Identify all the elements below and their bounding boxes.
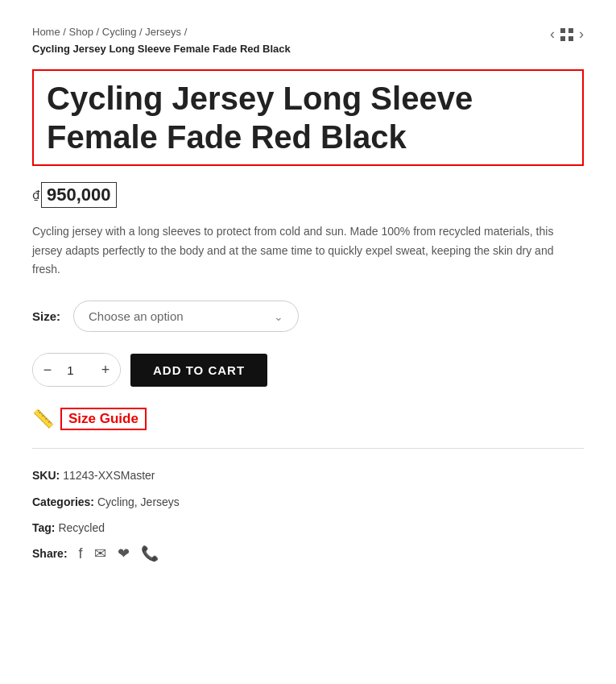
prev-icon[interactable]: ‹ <box>550 26 555 43</box>
sku-key: SKU: <box>32 469 60 482</box>
whatsapp-icon[interactable]: ❤ <box>118 545 130 562</box>
svg-rect-0 <box>560 28 565 33</box>
chevron-down-icon: ⌄ <box>274 310 283 323</box>
breadcrumb-nav: ‹ › <box>550 26 584 43</box>
ruler-icon: 📏 <box>32 408 54 429</box>
breadcrumb-row: Home / Shop / Cycling / Jerseys / Cyclin… <box>32 24 584 55</box>
sku-value: 11243-XXSMaster <box>63 469 155 482</box>
viber-icon[interactable]: 📞 <box>141 545 159 562</box>
breadcrumb-sep1: / <box>63 26 68 38</box>
product-title-box: Cycling Jersey Long Sleeve Female Fade R… <box>32 69 584 166</box>
facebook-icon[interactable]: f <box>79 545 83 562</box>
breadcrumb-home[interactable]: Home <box>32 26 60 38</box>
product-description: Cycling jersey with a long sleeves to pr… <box>32 222 584 280</box>
cart-row: − + ADD TO CART <box>32 353 584 387</box>
product-title: Cycling Jersey Long Sleeve Female Fade R… <box>47 79 569 156</box>
size-guide-row: 📏 Size Guide <box>32 408 584 430</box>
breadcrumb-cycling[interactable]: Cycling <box>102 26 137 38</box>
sku-row: SKU: 11243-XXSMaster <box>32 466 584 484</box>
tag-row: Tag: Recycled <box>32 519 584 537</box>
add-to-cart-button[interactable]: ADD TO CART <box>130 354 267 387</box>
breadcrumb-sep4: / <box>184 26 188 38</box>
categories-key: Categories: <box>32 495 94 508</box>
share-key: Share: <box>32 547 68 560</box>
divider <box>32 448 584 449</box>
share-row: Share: f ✉ ❤ 📞 <box>32 545 584 562</box>
tag-value[interactable]: Recycled <box>58 521 105 534</box>
size-row: Size: Choose an option ⌄ <box>32 301 584 332</box>
size-placeholder: Choose an option <box>89 309 184 323</box>
svg-rect-2 <box>560 36 565 41</box>
grid-icon[interactable] <box>560 27 574 42</box>
size-dropdown[interactable]: Choose an option ⌄ <box>73 301 299 332</box>
breadcrumb-shop[interactable]: Shop <box>69 26 93 38</box>
quantity-control: − + <box>32 353 121 387</box>
price-row: ₫ 950,000 <box>32 182 584 208</box>
size-label: Size: <box>32 309 60 323</box>
category-jerseys[interactable]: Jerseys <box>141 495 180 508</box>
next-icon[interactable]: › <box>579 26 584 43</box>
quantity-decrease-button[interactable]: − <box>33 354 62 386</box>
breadcrumb-sep2: / <box>97 26 102 38</box>
tag-key: Tag: <box>32 521 56 534</box>
svg-rect-1 <box>568 28 573 33</box>
product-price: 950,000 <box>41 182 117 208</box>
svg-rect-3 <box>568 36 573 41</box>
page-container: Home / Shop / Cycling / Jerseys / Cyclin… <box>0 0 616 684</box>
quantity-input[interactable] <box>62 363 91 377</box>
size-guide-link[interactable]: Size Guide <box>60 408 147 430</box>
category-cycling[interactable]: Cycling <box>97 495 134 508</box>
currency-symbol: ₫ <box>32 188 40 202</box>
quantity-increase-button[interactable]: + <box>91 354 120 386</box>
categories-row: Categories: Cycling, Jerseys <box>32 493 584 511</box>
email-icon[interactable]: ✉ <box>94 545 106 562</box>
breadcrumb-jerseys[interactable]: Jerseys <box>145 26 181 38</box>
breadcrumb-current: Cycling Jersey Long Sleeve Female Fade R… <box>32 43 291 55</box>
breadcrumb: Home / Shop / Cycling / Jerseys / Cyclin… <box>32 24 291 55</box>
